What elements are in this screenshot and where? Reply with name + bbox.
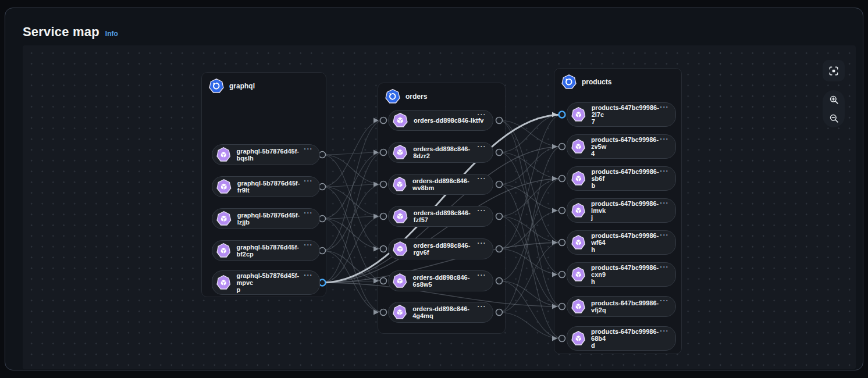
info-link[interactable]: Info bbox=[105, 30, 118, 38]
edge bbox=[322, 152, 383, 283]
edge bbox=[499, 249, 562, 274]
more-options-icon[interactable]: ··· bbox=[304, 210, 314, 216]
fit-to-screen-button[interactable] bbox=[823, 60, 845, 81]
more-options-icon[interactable]: ··· bbox=[660, 200, 670, 206]
group-header-graphql: graphql bbox=[209, 79, 255, 94]
edge bbox=[322, 219, 383, 249]
more-options-icon[interactable]: ··· bbox=[660, 168, 670, 174]
kubernetes-pod-icon bbox=[393, 177, 407, 192]
more-options-icon[interactable]: ··· bbox=[660, 232, 670, 238]
edge bbox=[322, 251, 383, 312]
edge bbox=[499, 147, 562, 312]
pod-node-orders-dd898c846-rgv6f[interactable]: orders-dd898c846-rgv6f··· bbox=[388, 238, 493, 259]
edge bbox=[322, 152, 383, 219]
pod-node-graphql-5b7876d45f-lzjjb[interactable]: graphql-5b7876d45f-lzjjb··· bbox=[212, 208, 320, 229]
zoom-in-button[interactable] bbox=[823, 90, 845, 109]
kubernetes-pod-icon bbox=[571, 139, 585, 154]
page-header: Service map Info bbox=[23, 24, 118, 40]
kubernetes-pod-icon bbox=[393, 209, 408, 224]
pod-node-graphql-5b7876d45f-bqslh[interactable]: graphql-5b7876d45f-bqslh··· bbox=[212, 144, 320, 165]
kubernetes-pod-icon bbox=[571, 267, 585, 282]
edge bbox=[499, 120, 562, 243]
more-options-icon[interactable]: ··· bbox=[478, 208, 487, 213]
more-options-icon[interactable]: ··· bbox=[304, 272, 314, 278]
edge bbox=[499, 147, 562, 184]
zoom-control bbox=[823, 90, 845, 127]
edge bbox=[499, 216, 562, 306]
kubernetes-deployment-icon bbox=[561, 74, 577, 90]
edge bbox=[322, 184, 383, 187]
kubernetes-pod-icon bbox=[571, 171, 585, 186]
pod-node-products-647bc99986-sb6fb[interactable]: products-647bc99986-sb6fb··· bbox=[567, 166, 676, 191]
more-options-icon[interactable]: ··· bbox=[660, 298, 670, 304]
zoom-out-icon bbox=[828, 113, 839, 124]
more-options-icon[interactable]: ··· bbox=[478, 272, 487, 278]
kubernetes-pod-icon bbox=[571, 299, 585, 314]
edge bbox=[322, 120, 383, 251]
edge bbox=[322, 155, 383, 249]
pod-node-orders-dd898c846-4g4mq[interactable]: orders-dd898c846-4g4mq··· bbox=[388, 302, 493, 323]
pod-node-graphql-5b7876d45f-mpvcp[interactable]: graphql-5b7876d45f-mpvcp··· bbox=[212, 270, 320, 295]
pod-node-products-647bc99986-cxn9h[interactable]: products-647bc99986-cxn9h··· bbox=[567, 262, 676, 287]
edge bbox=[499, 281, 562, 306]
edge bbox=[322, 216, 383, 283]
pod-node-orders-dd898c846-wv8bm[interactable]: orders-dd898c846-wv8bm··· bbox=[388, 174, 493, 195]
more-options-icon[interactable]: ··· bbox=[478, 304, 487, 309]
kubernetes-pod-icon bbox=[571, 235, 585, 250]
edge bbox=[499, 152, 562, 274]
edge bbox=[322, 187, 383, 281]
more-options-icon[interactable]: ··· bbox=[660, 264, 670, 270]
edge bbox=[322, 216, 383, 219]
kubernetes-pod-icon bbox=[216, 243, 230, 258]
service-map-panel: Service map Info graphqlordersproducts g… bbox=[5, 8, 863, 370]
pod-node-products-647bc99986-lmvkj[interactable]: products-647bc99986-lmvkj··· bbox=[567, 198, 676, 223]
edge bbox=[322, 187, 383, 216]
page-title: Service map bbox=[23, 24, 99, 40]
group-header-orders: orders bbox=[385, 89, 427, 104]
more-options-icon[interactable]: ··· bbox=[478, 144, 487, 149]
fit-to-screen-icon bbox=[828, 65, 839, 77]
edge bbox=[499, 179, 562, 281]
kubernetes-pod-icon bbox=[393, 145, 407, 160]
edge bbox=[322, 120, 383, 187]
kubernetes-pod-icon bbox=[216, 179, 232, 194]
more-options-icon[interactable]: ··· bbox=[304, 178, 314, 184]
pod-node-products-647bc99986-wf64h[interactable]: products-647bc99986-wf64h··· bbox=[567, 230, 676, 255]
pod-node-orders-dd898c846-8dzr2[interactable]: orders-dd898c846-8dzr2··· bbox=[388, 142, 493, 163]
edge bbox=[499, 120, 562, 147]
service-map-canvas[interactable]: graphqlordersproducts graphql-5b7876d45f… bbox=[23, 45, 856, 369]
kubernetes-pod-icon bbox=[216, 211, 232, 226]
pod-node-graphql-5b7876d45f-fr9lt[interactable]: graphql-5b7876d45f-fr9lt··· bbox=[212, 176, 320, 197]
pod-node-products-647bc99986-68b4d[interactable]: products-647bc99986-68b4d··· bbox=[567, 326, 676, 351]
more-options-icon[interactable]: ··· bbox=[304, 146, 314, 152]
pod-node-orders-dd898c846-6s8w5[interactable]: orders-dd898c846-6s8w5··· bbox=[388, 270, 493, 291]
kubernetes-pod-icon bbox=[393, 113, 408, 128]
group-label: products bbox=[582, 78, 611, 86]
pod-node-orders-dd898c846-lktfv[interactable]: orders-dd898c846-lktfv··· bbox=[388, 110, 493, 131]
more-options-icon[interactable]: ··· bbox=[478, 176, 487, 181]
group-header-products: products bbox=[561, 74, 611, 90]
more-options-icon[interactable]: ··· bbox=[304, 242, 314, 248]
edge bbox=[499, 152, 562, 179]
edge bbox=[322, 184, 383, 251]
more-options-icon[interactable]: ··· bbox=[660, 136, 670, 142]
more-options-icon[interactable]: ··· bbox=[660, 328, 670, 334]
edge bbox=[322, 155, 383, 184]
edge bbox=[499, 216, 562, 243]
pod-node-products-647bc99986-zv5w4[interactable]: products-647bc99986-zv5w4··· bbox=[567, 134, 676, 159]
edge bbox=[499, 243, 562, 312]
pod-node-products-647bc99986-vfj2q[interactable]: products-647bc99986-vfj2q··· bbox=[567, 296, 676, 317]
pod-node-graphql-5b7876d45f-bf2cp[interactable]: graphql-5b7876d45f-bf2cp··· bbox=[212, 240, 320, 261]
zoom-out-button[interactable] bbox=[823, 109, 845, 127]
kubernetes-pod-icon bbox=[216, 275, 231, 290]
kubernetes-pod-icon bbox=[571, 107, 586, 122]
more-options-icon[interactable]: ··· bbox=[478, 112, 487, 117]
more-options-icon[interactable]: ··· bbox=[660, 104, 670, 110]
kubernetes-pod-icon bbox=[571, 331, 585, 346]
pod-node-products-647bc99986-2l7c7[interactable]: products-647bc99986-2l7c7··· bbox=[567, 102, 676, 127]
group-label: orders bbox=[405, 92, 427, 101]
edge bbox=[322, 251, 383, 281]
group-label: graphql bbox=[229, 82, 255, 90]
pod-node-orders-dd898c846-fzf57[interactable]: orders-dd898c846-fzf57··· bbox=[388, 206, 493, 227]
more-options-icon[interactable]: ··· bbox=[478, 240, 487, 246]
